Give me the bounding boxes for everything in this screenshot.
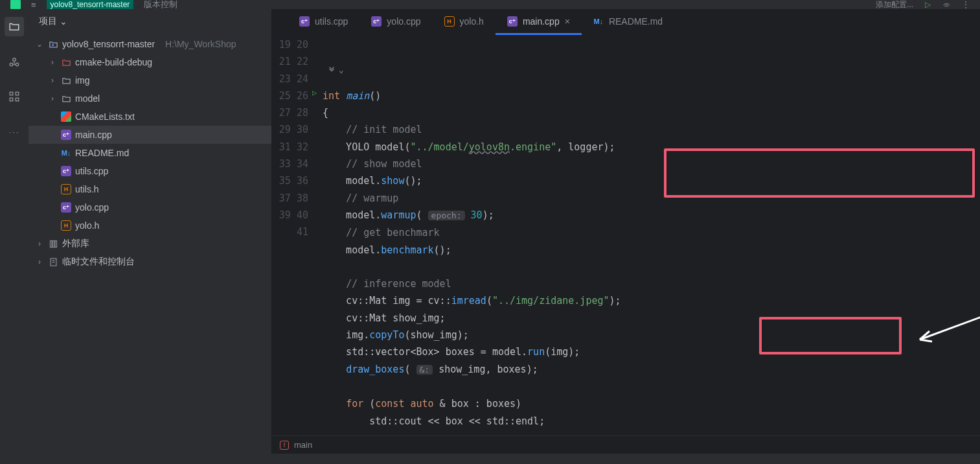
svg-rect-8 xyxy=(50,240,52,247)
chevron-down-icon: ⌄ xyxy=(60,16,67,27)
module-icon xyxy=(48,39,58,49)
tree-file-main[interactable]: c⁺ main.cpp xyxy=(28,126,271,144)
more-top-icon[interactable]: ⋮ xyxy=(962,0,970,9)
tree-file-utils-h[interactable]: H utils.h xyxy=(28,180,271,198)
markdown-icon: M↓ xyxy=(61,148,71,158)
tab-main-cpp[interactable]: c⁺ main.cpp × xyxy=(496,9,582,35)
h-icon: H xyxy=(61,220,71,231)
commit-tool-icon[interactable] xyxy=(5,52,24,71)
tree-file-yolo-h[interactable]: H yolo.h xyxy=(28,216,271,235)
param-hint: &: xyxy=(416,365,433,375)
code-content[interactable]: int main() { // init model YOLO model(".… xyxy=(323,35,980,435)
svg-rect-5 xyxy=(10,98,13,101)
run-config-label[interactable]: 添加配置... xyxy=(876,0,913,9)
activity-bar: ··· xyxy=(0,9,28,454)
close-icon[interactable]: × xyxy=(565,16,570,27)
structure-tool-icon[interactable] xyxy=(5,87,24,106)
tab-readme[interactable]: M↓ README.md xyxy=(582,9,674,35)
breadcrumb[interactable]: f main xyxy=(272,435,980,454)
h-icon: H xyxy=(444,16,455,27)
project-tree[interactable]: ⌄ yolov8_tensorrt-master H:\My_WorkShop … xyxy=(28,34,271,454)
tree-folder-model[interactable]: › model xyxy=(28,89,271,108)
debug-icon[interactable]: ⌯ xyxy=(942,0,950,9)
cpp-icon: c⁺ xyxy=(371,16,382,27)
editor-column: c⁺ utils.cpp c⁺ yolo.cpp H yolo.h c⁺ mai… xyxy=(272,9,980,454)
vcs-menu[interactable]: 版本控制 xyxy=(144,0,177,9)
more-tools-icon[interactable]: ··· xyxy=(5,122,24,141)
tree-folder-img[interactable]: › img xyxy=(28,71,271,89)
tree-external-libs[interactable]: › 外部库 xyxy=(28,235,271,253)
tab-yolo-cpp[interactable]: c⁺ yolo.cpp xyxy=(359,9,432,35)
tree-file-readme[interactable]: M↓ README.md xyxy=(28,144,271,162)
svg-rect-10 xyxy=(55,240,57,247)
markdown-icon: M↓ xyxy=(593,16,604,27)
tree-root[interactable]: ⌄ yolov8_tensorrt-master H:\My_WorkShop xyxy=(28,35,271,53)
tab-yolo-h[interactable]: H yolo.h xyxy=(433,9,496,35)
svg-rect-9 xyxy=(52,240,54,247)
svg-point-0 xyxy=(13,58,16,62)
param-hint: epoch: xyxy=(428,211,465,220)
tree-folder-build[interactable]: › cmake-build-debug xyxy=(28,53,271,71)
svg-rect-7 xyxy=(52,43,54,45)
tree-file-utils-cpp[interactable]: c⁺ utils.cpp xyxy=(28,162,271,180)
code-lens[interactable]: ⌄ xyxy=(327,65,344,75)
chevron-right-icon: › xyxy=(35,257,44,266)
chevron-right-icon: › xyxy=(48,58,57,67)
chevron-right-icon: › xyxy=(48,76,57,85)
bottom-tool-strip xyxy=(0,454,980,464)
svg-rect-4 xyxy=(16,92,19,95)
chevron-down-icon: ⌄ xyxy=(35,40,44,49)
function-icon: f xyxy=(280,441,289,450)
cpp-icon: c⁺ xyxy=(61,202,71,213)
hamburger-icon[interactable]: ≡ xyxy=(31,0,36,9)
cmake-icon xyxy=(61,111,71,122)
tree-scratches[interactable]: › 临时文件和控制台 xyxy=(28,253,271,271)
cpp-icon: c⁺ xyxy=(299,16,310,27)
gutter-run-icon[interactable]: ▷ xyxy=(312,88,317,97)
library-icon xyxy=(48,238,58,249)
tab-utils-cpp[interactable]: c⁺ utils.cpp xyxy=(288,9,359,35)
chevron-right-icon: › xyxy=(35,239,44,248)
project-tool-icon[interactable] xyxy=(5,17,24,36)
h-icon: H xyxy=(61,184,71,194)
cpp-icon: c⁺ xyxy=(61,166,71,176)
app-logo-icon xyxy=(10,0,21,9)
folder-icon xyxy=(61,75,71,86)
top-bar: ≡ yolov8_tensorrt-master 版本控制 添加配置... ▷ … xyxy=(0,0,980,9)
project-badge[interactable]: yolov8_tensorrt-master xyxy=(47,0,134,9)
folder-icon xyxy=(61,93,71,104)
code-editor[interactable]: 19 20 21 22 23 24 25 26 27 28 29 30 31 3… xyxy=(272,35,980,435)
svg-rect-3 xyxy=(10,92,13,95)
run-icon[interactable]: ▷ xyxy=(925,0,931,9)
editor-tabs: c⁺ utils.cpp c⁺ yolo.cpp H yolo.h c⁺ mai… xyxy=(272,9,980,35)
tree-file-yolo-cpp[interactable]: c⁺ yolo.cpp xyxy=(28,198,271,216)
folder-icon xyxy=(61,57,71,67)
tree-file-cmakelists[interactable]: CMakeLists.txt xyxy=(28,108,271,126)
svg-point-1 xyxy=(10,63,13,66)
svg-point-2 xyxy=(16,63,19,66)
sidebar-header[interactable]: 项目 ⌄ xyxy=(28,9,271,34)
project-sidebar: 项目 ⌄ ⌄ yolov8_tensorrt-master H:\My_Work… xyxy=(28,9,272,454)
svg-rect-6 xyxy=(16,98,19,101)
chevron-right-icon: › xyxy=(48,94,57,103)
cpp-icon: c⁺ xyxy=(61,130,71,140)
cpp-icon: c⁺ xyxy=(507,16,518,27)
scratch-icon xyxy=(48,257,58,267)
